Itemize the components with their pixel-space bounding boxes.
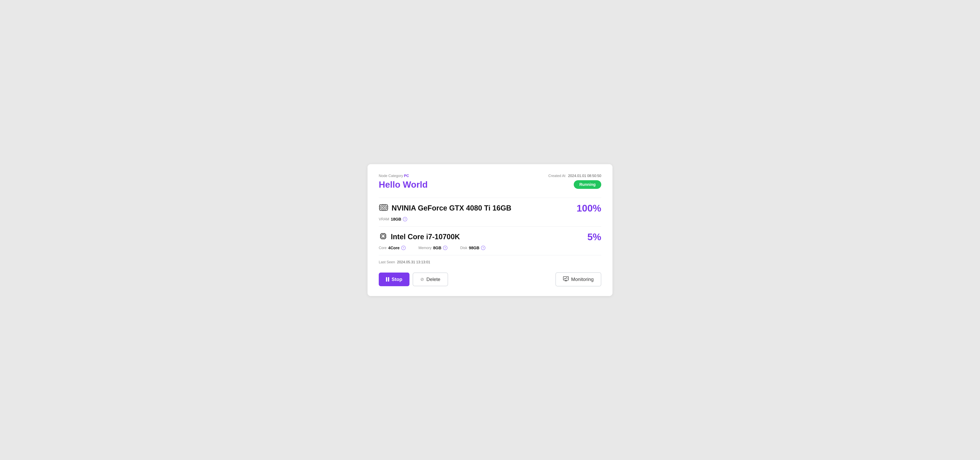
cpu-icon (379, 232, 388, 242)
svg-rect-14 (381, 234, 386, 239)
header-meta: Node Category PC Created At 2024.01.01 0… (379, 174, 601, 178)
cpu-specs-row: Core 4Core ? Memory 8GB ? Disk 98GB ? (379, 246, 601, 250)
node-category: Node Category PC (379, 174, 409, 178)
monitoring-label: Monitoring (571, 276, 593, 282)
disk-help-icon[interactable]: ? (481, 246, 485, 250)
actions-left: Stop ⊘ Delete (379, 273, 448, 286)
memory-help-icon[interactable]: ? (443, 246, 447, 250)
stop-button[interactable]: Stop (379, 273, 409, 286)
node-card: Node Category PC Created At 2024.01.01 0… (368, 164, 612, 296)
memory-spec: Memory 8GB ? (418, 246, 447, 250)
actions-row: Stop ⊘ Delete Monitoring (379, 272, 601, 286)
svg-point-12 (382, 207, 383, 208)
core-value: 4Core (388, 246, 399, 250)
node-category-label: Node Category (379, 174, 403, 178)
status-badge: Running (574, 180, 601, 189)
cpu-section: Intel Core i7-10700K 5% Core 4Core ? Mem… (379, 232, 601, 250)
last-seen-row: Last Seen 2024.05.31 13:13:01 (379, 260, 601, 264)
monitoring-button[interactable]: Monitoring (555, 272, 601, 286)
core-help-icon[interactable]: ? (401, 246, 406, 250)
last-seen-value: 2024.05.31 13:13:01 (397, 260, 430, 264)
gpu-vram-row: VRAM 18GB ? (379, 217, 601, 222)
gpu-usage: 100% (577, 203, 601, 214)
cpu-name-group: Intel Core i7-10700K (379, 232, 460, 242)
delete-icon: ⊘ (420, 277, 424, 282)
last-seen-label: Last Seen (379, 260, 395, 264)
cpu-name: Intel Core i7-10700K (391, 233, 460, 241)
title-row: Hello World Running (379, 179, 601, 190)
gpu-name: NVINIA GeForce GTX 4080 Ti 16GB (391, 204, 511, 213)
cpu-usage: 5% (587, 232, 601, 243)
core-spec: Core 4Core ? (379, 246, 406, 250)
gpu-name-group: NVINIA GeForce GTX 4080 Ti 16GB (379, 204, 511, 213)
gpu-device-row: NVINIA GeForce GTX 4080 Ti 16GB 100% (379, 203, 601, 214)
gpu-section: NVINIA GeForce GTX 4080 Ti 16GB 100% VRA… (379, 203, 601, 222)
monitor-icon (563, 276, 569, 282)
vram-value: 18GB (391, 217, 401, 222)
divider-middle (379, 226, 601, 227)
divider-top (379, 198, 601, 198)
core-label: Core (379, 246, 387, 250)
divider-bottom (379, 255, 601, 255)
created-at-value: 2024.01.01 08:50:50 (568, 174, 601, 178)
created-at-label: Created At (548, 174, 565, 178)
vram-help-icon[interactable]: ? (403, 217, 407, 221)
stop-label: Stop (391, 276, 402, 282)
gpu-icon (379, 204, 388, 213)
disk-spec: Disk 98GB ? (460, 246, 485, 250)
created-at: Created At 2024.01.01 08:50:50 (548, 174, 601, 178)
stop-icon (386, 277, 389, 282)
disk-label: Disk (460, 246, 467, 250)
delete-button[interactable]: ⊘ Delete (413, 273, 448, 286)
svg-rect-1 (381, 206, 387, 209)
cpu-device-row: Intel Core i7-10700K 5% (379, 232, 601, 243)
delete-label: Delete (426, 276, 440, 282)
memory-value: 8GB (433, 246, 441, 250)
node-category-value: PC (404, 174, 409, 178)
page-title: Hello World (379, 179, 428, 190)
svg-point-13 (384, 207, 385, 208)
vram-label: VRAM (379, 217, 389, 221)
svg-rect-15 (382, 235, 385, 238)
memory-label: Memory (418, 246, 431, 250)
disk-value: 98GB (469, 246, 479, 250)
